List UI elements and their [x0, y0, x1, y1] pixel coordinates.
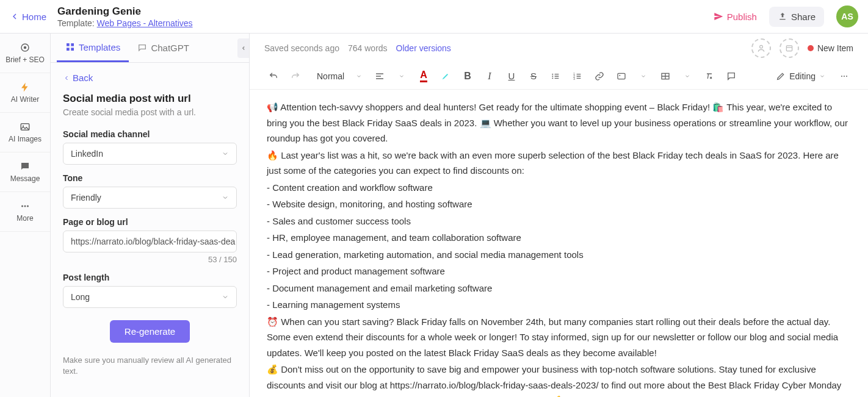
svg-point-24: [846, 76, 847, 77]
nav-message[interactable]: Message: [0, 152, 50, 192]
avatar[interactable]: AS: [836, 5, 858, 27]
strike-icon: S: [530, 71, 537, 81]
sidebar-collapse-button[interactable]: [237, 38, 250, 58]
chevron-down-icon: [819, 73, 825, 79]
svg-rect-8: [71, 43, 74, 46]
pencil-icon: [776, 71, 786, 81]
content-b6: - Project and product management softwar…: [267, 263, 851, 279]
content-b3: - Sales and customer success tools: [267, 213, 851, 229]
strike-button[interactable]: S: [524, 67, 543, 85]
chevron-down-icon: [640, 73, 646, 79]
template-title: Social media post with url: [63, 93, 237, 105]
template-link[interactable]: Web Pages - Alternatives: [97, 18, 193, 28]
chevron-left-icon: [241, 45, 247, 52]
nav-ai-writer[interactable]: AI Writer: [0, 73, 50, 113]
format-select[interactable]: Normal: [312, 69, 367, 84]
url-label: Page or blog url: [63, 217, 237, 227]
svg-rect-9: [67, 48, 70, 51]
svg-point-15: [552, 77, 553, 79]
saved-status: Saved seconds ago: [264, 43, 339, 53]
nav-more[interactable]: More: [0, 192, 50, 232]
editor-content[interactable]: 📢 Attention tech-savvy shoppers and deal…: [250, 90, 868, 397]
content-p4: 💰 Don't miss out on the opportunity to s…: [267, 362, 851, 397]
image-dropdown[interactable]: [634, 67, 653, 85]
word-count: 764 words: [348, 43, 388, 53]
chat-icon: [137, 43, 147, 53]
tab-templates[interactable]: Templates: [57, 34, 129, 62]
align-button[interactable]: [371, 67, 389, 85]
tab-chatgpt[interactable]: ChatGPT: [129, 34, 198, 62]
align-dropdown[interactable]: [392, 67, 411, 85]
channel-select[interactable]: LinkedIn: [63, 143, 237, 165]
svg-point-6: [27, 206, 29, 207]
text-color-button[interactable]: A: [414, 67, 433, 85]
redo-button[interactable]: [286, 67, 305, 85]
svg-point-5: [24, 206, 26, 207]
italic-button[interactable]: I: [480, 67, 499, 85]
nav-brief-label: Brief + SEO: [5, 55, 45, 64]
back-label: Back: [73, 73, 93, 83]
italic-icon: I: [488, 71, 491, 82]
template-desc: Create social media post with a url.: [63, 107, 237, 117]
bullet-list-button[interactable]: [546, 67, 565, 85]
svg-point-23: [844, 76, 845, 77]
nav-images-label: AI Images: [9, 135, 42, 143]
send-icon: [714, 12, 723, 21]
home-link[interactable]: Home: [10, 12, 46, 22]
comment-icon: [726, 71, 736, 81]
nav-ai-images[interactable]: AI Images: [0, 113, 50, 152]
status-dot-icon: [808, 45, 814, 51]
undo-icon: [269, 71, 278, 81]
comment-button[interactable]: [722, 67, 740, 85]
dots-icon: [20, 201, 31, 212]
clear-format-button[interactable]: [700, 67, 718, 85]
table-button[interactable]: [656, 67, 675, 85]
chevron-down-icon: [222, 293, 229, 301]
content-b4: - HR, employee management, and team coll…: [267, 230, 851, 246]
content-p2: 🔥 Last year's list was a hit, so we're b…: [267, 148, 851, 179]
older-versions-link[interactable]: Older versions: [396, 43, 451, 53]
url-input[interactable]: https://narrato.io/blog/black-friday-saa…: [63, 231, 237, 252]
link-button[interactable]: [590, 67, 609, 85]
regenerate-button[interactable]: Re-generate: [110, 320, 190, 343]
content-p3: ⏰ When can you start saving? Black Frida…: [267, 314, 851, 361]
svg-point-14: [552, 76, 553, 77]
underline-button[interactable]: U: [502, 67, 521, 85]
length-select[interactable]: Long: [63, 286, 237, 308]
table-dropdown[interactable]: [678, 67, 696, 85]
publish-label: Publish: [727, 12, 757, 22]
chevron-down-icon: [222, 194, 229, 201]
editing-label: Editing: [789, 71, 816, 81]
calendar-icon: [785, 44, 794, 52]
redo-icon: [291, 71, 300, 81]
chevron-down-icon: [399, 73, 405, 79]
nav-more-label: More: [16, 214, 33, 223]
chevron-left-icon: [10, 12, 20, 21]
svg-point-22: [841, 76, 842, 77]
bold-button[interactable]: B: [458, 67, 477, 85]
upload-icon: [778, 12, 787, 21]
tone-select[interactable]: Friendly: [63, 187, 237, 209]
status-badge[interactable]: New Item: [808, 43, 853, 53]
home-label: Home: [22, 12, 46, 22]
dots-icon: [839, 71, 849, 81]
back-link[interactable]: Back: [63, 73, 237, 83]
tab-templates-label: Templates: [79, 42, 120, 52]
clear-format-icon: [704, 71, 714, 81]
editing-mode-select[interactable]: Editing: [776, 71, 825, 81]
length-label: Post length: [63, 273, 237, 282]
number-list-icon: 123: [573, 71, 582, 81]
date-placeholder[interactable]: [779, 38, 799, 58]
channel-label: Social media channel: [63, 129, 237, 139]
assignee-placeholder[interactable]: [751, 38, 771, 58]
publish-button[interactable]: Publish: [714, 12, 757, 22]
svg-point-11: [760, 45, 763, 48]
highlight-button[interactable]: [436, 67, 455, 85]
nav-brief-seo[interactable]: Brief + SEO: [0, 34, 50, 73]
undo-button[interactable]: [264, 67, 283, 85]
svg-text:3: 3: [573, 77, 575, 80]
image-button[interactable]: [612, 67, 631, 85]
share-button[interactable]: Share: [769, 7, 824, 27]
more-tools-button[interactable]: [835, 67, 853, 85]
number-list-button[interactable]: 123: [568, 67, 587, 85]
